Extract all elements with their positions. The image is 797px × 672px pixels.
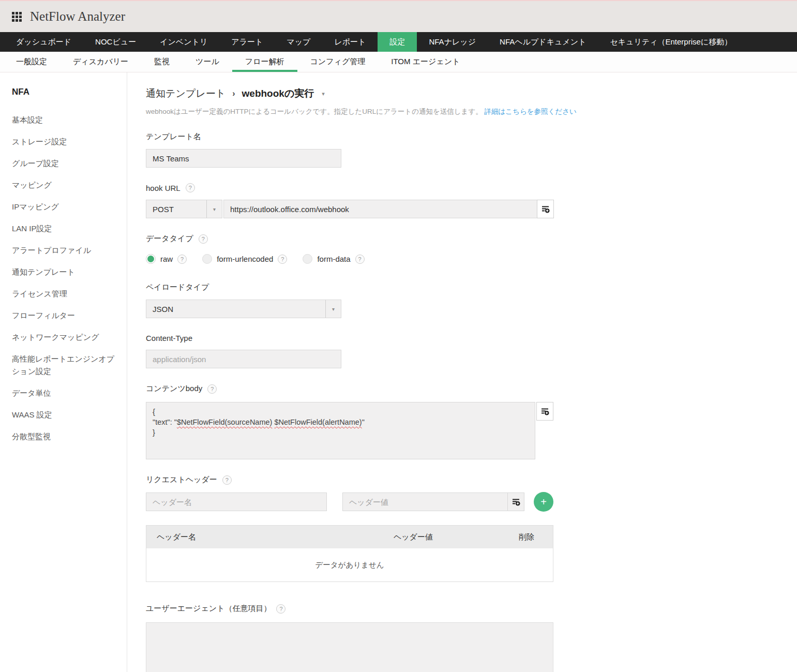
column-header-name: ヘッダー名 — [146, 532, 325, 542]
content-type-input[interactable] — [146, 350, 341, 368]
radio-form-urlencoded[interactable]: form-urlencoded ? — [202, 254, 287, 264]
chevron-down-icon: ▾ — [325, 300, 341, 318]
payload-type-label: ペイロードタイプ — [146, 282, 209, 292]
nav-tab-nfa-help-docs[interactable]: NFAヘルプドキュメント — [488, 32, 598, 52]
content-body-help-icon[interactable]: ? — [207, 384, 217, 394]
http-method-value: POST — [146, 200, 206, 218]
sidebar-item-storage-settings[interactable]: ストレージ設定 — [12, 136, 115, 148]
radio-unselected-icon — [202, 254, 212, 264]
sidebar-item-ip-mapping[interactable]: IPマッピング — [12, 201, 115, 213]
sidebar-item-hper-engine-options[interactable]: 高性能レポートエンジンオプション設定 — [12, 353, 115, 378]
payload-type-select[interactable]: JSON ▾ — [146, 300, 341, 318]
breadcrumb-separator-icon: › — [232, 89, 235, 98]
list-add-icon — [541, 407, 549, 415]
app-title: NetFlow Analyzer — [30, 9, 125, 24]
template-name-input[interactable] — [146, 149, 341, 168]
sidebar-heading: NFA — [12, 87, 116, 97]
nav-tab-inventory[interactable]: インベントリ — [148, 32, 219, 52]
radio-unselected-icon — [303, 254, 312, 264]
form-urlencoded-help-icon[interactable]: ? — [278, 255, 287, 264]
sidebar-item-distributed-monitoring[interactable]: 分散型監視 — [12, 430, 115, 443]
content-body-label: コンテンツbody — [146, 384, 202, 394]
add-header-button[interactable]: + — [534, 492, 553, 512]
table-header-row: ヘッダー名 ヘッダー値 削除 — [146, 526, 553, 548]
settings-sub-nav: 一般設定 ディスカバリー 監視 ツール フロー解析 コンフィグ管理 ITOM エ… — [0, 52, 797, 72]
user-agent-textarea[interactable] — [146, 622, 553, 672]
main-content: 通知テンプレート › webhookの実行 ▾ webhookはユーザー定義のH… — [127, 72, 797, 672]
details-link[interactable]: 詳細はこちらを参照ください — [484, 108, 576, 115]
user-agent-label: ユーザーエージェント（任意項目） — [146, 604, 271, 614]
raw-help-icon[interactable]: ? — [177, 255, 187, 264]
insert-field-button[interactable] — [536, 402, 553, 421]
sidebar-item-notification-template[interactable]: 通知テンプレート — [12, 266, 115, 278]
nav-tab-reports[interactable]: レポート — [322, 32, 378, 52]
user-agent-help-icon[interactable]: ? — [276, 604, 285, 614]
nav-tab-nfa-knowledge[interactable]: NFAナレッジ — [417, 32, 488, 52]
breadcrumb: 通知テンプレート › webhookの実行 ▾ — [146, 87, 797, 100]
form-data-help-icon[interactable]: ? — [355, 255, 365, 264]
http-method-select[interactable]: POST ▾ — [146, 200, 222, 218]
request-headers-table: ヘッダー名 ヘッダー値 削除 データがありません — [146, 525, 553, 582]
chevron-down-icon: ▾ — [206, 200, 222, 218]
sidebar-item-data-unit[interactable]: データ単位 — [12, 387, 115, 399]
subnav-general-settings[interactable]: 一般設定 — [3, 52, 60, 72]
user-agent-group: ユーザーエージェント（任意項目） ? — [146, 604, 797, 672]
content-type-group: Content-Type — [146, 334, 797, 368]
sidebar-item-license-management[interactable]: ライセンス管理 — [12, 288, 115, 300]
insert-field-button[interactable] — [507, 492, 524, 511]
request-header-label: リクエストヘッダー — [146, 475, 217, 485]
sidebar-item-flow-filter[interactable]: フローフィルター — [12, 309, 115, 322]
nav-tab-maps[interactable]: マップ — [275, 32, 322, 52]
description-text: webhookはユーザー定義のHTTPによるコールバックです。指定したURLにア… — [146, 108, 483, 115]
hook-url-input[interactable] — [223, 200, 537, 218]
header-value-input[interactable] — [342, 492, 507, 511]
breadcrumb-parent[interactable]: 通知テンプレート — [146, 87, 225, 100]
hook-url-help-icon[interactable]: ? — [186, 183, 195, 192]
content-type-label: Content-Type — [146, 334, 192, 342]
nav-tab-security[interactable]: セキュリティ（Enterpriseに移動） — [598, 32, 744, 52]
sidebar-item-network-mapping[interactable]: ネットワークマッピング — [12, 331, 115, 344]
template-name-label: テンプレート名 — [146, 132, 201, 142]
insert-field-button[interactable] — [537, 200, 554, 218]
sidebar-item-waas-settings[interactable]: WAAS 設定 — [12, 409, 115, 421]
page-description: webhookはユーザー定義のHTTPによるコールバックです。指定したURLにア… — [146, 107, 797, 116]
table-empty-row: データがありません — [146, 548, 553, 581]
sidebar-item-alert-profile[interactable]: アラートプロファイル — [12, 244, 115, 257]
netflow-field-token: $NetFlowField(alertName) — [274, 418, 362, 426]
list-add-icon — [542, 205, 550, 213]
radio-raw[interactable]: raw ? — [146, 254, 187, 264]
main-nav: ダッシュボード NOCビュー インベントリ アラート マップ レポート 設定 N… — [0, 32, 797, 52]
column-header-value: ヘッダー値 — [325, 532, 501, 542]
nav-tab-alerts[interactable]: アラート — [219, 32, 275, 52]
column-header-delete: 削除 — [501, 532, 553, 542]
breadcrumb-current: webhookの実行 — [242, 87, 314, 100]
radio-selected-icon — [146, 254, 156, 264]
sidebar-item-group-settings[interactable]: グループ設定 — [12, 157, 115, 170]
nav-tab-dashboard[interactable]: ダッシュボード — [4, 32, 83, 52]
subnav-itom-agent[interactable]: ITOM エージェント — [378, 52, 473, 72]
list-add-icon — [512, 498, 520, 506]
data-type-help-icon[interactable]: ? — [199, 234, 208, 244]
request-header-help-icon[interactable]: ? — [222, 475, 232, 485]
header-name-input[interactable] — [146, 492, 327, 511]
data-type-group: データタイプ ? raw ? form-urlencoded ? form-da… — [146, 234, 797, 264]
template-name-group: テンプレート名 — [146, 132, 797, 168]
subnav-config-management[interactable]: コンフィグ管理 — [297, 52, 379, 72]
content-body-textarea[interactable]: { "text": "$NetFlowField(sourceName) $Ne… — [146, 402, 535, 459]
apps-grid-icon[interactable] — [12, 12, 22, 22]
chevron-down-icon[interactable]: ▾ — [322, 91, 325, 97]
empty-table-text: データがありません — [315, 560, 384, 570]
sidebar-item-lan-ip-settings[interactable]: LAN IP設定 — [12, 222, 115, 235]
subnav-tools[interactable]: ツール — [183, 52, 232, 72]
sidebar-item-mapping[interactable]: マッピング — [12, 179, 115, 191]
payload-type-value: JSON — [146, 300, 325, 318]
radio-form-data[interactable]: form-data ? — [303, 254, 364, 264]
sidebar-item-basic-settings[interactable]: 基本設定 — [12, 114, 115, 126]
subnav-discovery[interactable]: ディスカバリー — [60, 52, 141, 72]
subnav-flow-analysis[interactable]: フロー解析 — [232, 52, 297, 72]
subnav-monitoring[interactable]: 監視 — [141, 52, 183, 72]
nav-tab-noc-view[interactable]: NOCビュー — [83, 32, 148, 52]
request-header-group: リクエストヘッダー ? — [146, 475, 797, 582]
nav-tab-settings[interactable]: 設定 — [378, 32, 417, 52]
data-type-label: データタイプ — [146, 234, 193, 244]
